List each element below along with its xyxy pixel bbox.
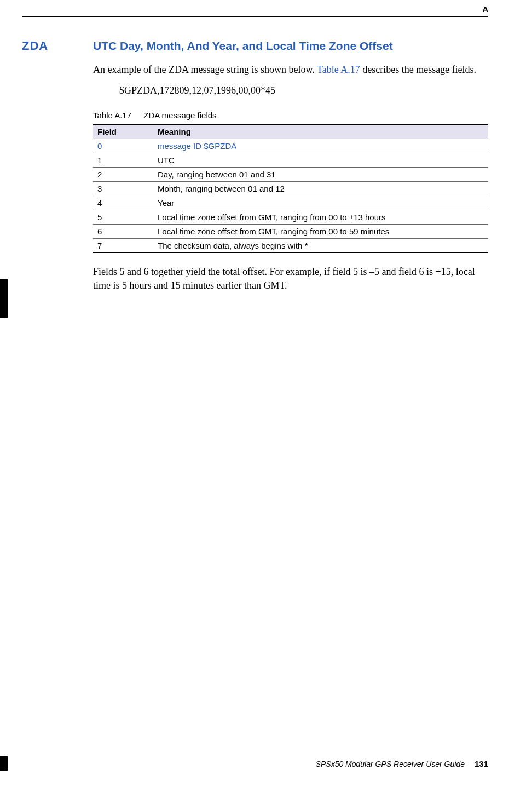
table-row: 7The checksum data, always begins with * — [93, 239, 488, 253]
cell-field[interactable]: 0 — [93, 139, 153, 153]
col-header-meaning: Meaning — [153, 125, 488, 139]
page: A ZDA UTC Day, Month, And Year, and Loca… — [0, 0, 532, 787]
table-ref-link[interactable]: Table A.17 — [317, 64, 360, 75]
cell-meaning[interactable]: message ID $GPZDA — [153, 139, 488, 153]
table-row: 3Month, ranging between 01 and 12 — [93, 182, 488, 196]
cell-meaning: UTC — [153, 153, 488, 168]
cell-field: 4 — [93, 196, 153, 210]
post-table-text: Fields 5 and 6 together yield the total … — [93, 265, 488, 292]
table-row: 0message ID $GPZDA — [93, 139, 488, 153]
footer: SPSx50 Modular GPS Receiver User Guide 1… — [316, 759, 488, 768]
cell-field: 6 — [93, 225, 153, 239]
cell-meaning: The checksum data, always begins with * — [153, 239, 488, 253]
table-row: 5Local time zone offset from GMT, rangin… — [93, 210, 488, 225]
intro-post: describes the message fields. — [360, 64, 476, 75]
cell-field: 3 — [93, 182, 153, 196]
heading-long: UTC Day, Month, And Year, and Local Time… — [93, 39, 393, 53]
table-row: 1UTC — [93, 153, 488, 168]
heading-short: ZDA — [22, 39, 93, 53]
table-caption: Table A.17 ZDA message fields — [93, 111, 488, 120]
post-table-paragraph: Fields 5 and 6 together yield the total … — [22, 265, 488, 292]
appendix-letter: A — [482, 4, 488, 14]
cell-meaning: Local time zone offset from GMT, ranging… — [153, 225, 488, 239]
intro-pre: An example of the ZDA message string is … — [93, 64, 317, 75]
table-caption-number: Table A.17 — [93, 111, 131, 120]
cell-field: 5 — [93, 210, 153, 225]
footer-tab-icon — [0, 756, 8, 771]
table-caption-text: ZDA message fields — [143, 111, 216, 120]
footer-doc-title: SPSx50 Modular GPS Receiver User Guide — [316, 760, 465, 768]
example-string: $GPZDA,172809,12,07,1996,00,00*45 — [119, 85, 488, 96]
cell-meaning: Day, ranging between 01 and 31 — [153, 168, 488, 182]
table-header-row: Field Meaning — [93, 125, 488, 139]
content-area: ZDA UTC Day, Month, And Year, and Local … — [93, 39, 488, 292]
cell-field: 7 — [93, 239, 153, 253]
section-heading: ZDA UTC Day, Month, And Year, and Local … — [22, 39, 488, 53]
cell-field: 1 — [93, 153, 153, 168]
cell-meaning: Local time zone offset from GMT, ranging… — [153, 210, 488, 225]
cell-field: 2 — [93, 168, 153, 182]
col-header-field: Field — [93, 125, 153, 139]
table-row: 6Local time zone offset from GMT, rangin… — [93, 225, 488, 239]
fields-table: Field Meaning 0message ID $GPZDA1UTC2Day… — [93, 124, 488, 253]
footer-page-number: 131 — [475, 759, 488, 768]
table-row: 2Day, ranging between 01 and 31 — [93, 168, 488, 182]
cell-meaning: Year — [153, 196, 488, 210]
intro-paragraph: An example of the ZDA message string is … — [93, 63, 488, 76]
table-row: 4Year — [93, 196, 488, 210]
side-tab-icon — [0, 279, 8, 318]
cell-meaning: Month, ranging between 01 and 12 — [153, 182, 488, 196]
top-rule — [22, 16, 488, 17]
